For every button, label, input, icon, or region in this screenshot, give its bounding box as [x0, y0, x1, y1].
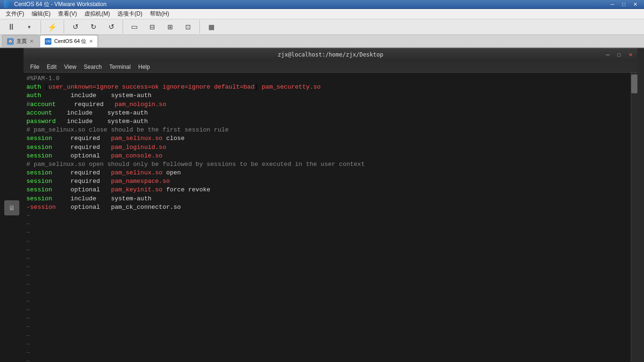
- line-11: # pam_selinux.so open should only be fol…: [26, 160, 635, 169]
- terminal-scrollbar[interactable]: [631, 73, 637, 362]
- terminal-menu-edit[interactable]: Edit: [43, 63, 60, 71]
- tab-home-icon: 🏠: [7, 38, 14, 45]
- vm-window-controls: ─ □ ✕: [607, 0, 640, 8]
- vm-sidebar-icon-1: 🖥: [4, 200, 19, 215]
- tilde-4: ~: [26, 238, 635, 246]
- terminal-menu-file[interactable]: File: [26, 63, 43, 71]
- vm-menubar: 文件(F) 编辑(E) 查看(V) 虚拟机(M) 选项卡(D) 帮助(H): [0, 9, 644, 19]
- toolbar-separator-3: [123, 20, 123, 33]
- line-6: password include system-auth: [26, 117, 635, 126]
- line-16: -session optional pam_ck_connector.so: [26, 203, 635, 212]
- tab-home[interactable]: 🏠 主页 ✕: [2, 35, 39, 47]
- toolbar-btn-4[interactable]: ↻: [86, 19, 101, 34]
- tab-home-label: 主页: [17, 38, 27, 45]
- tilde-6: ~: [26, 255, 635, 263]
- menu-edit[interactable]: 编辑(E): [28, 9, 54, 19]
- terminal-menu-search[interactable]: Search: [80, 63, 106, 71]
- vm-maximize-button[interactable]: □: [619, 0, 629, 8]
- terminal-menubar: File Edit View Search Terminal Help: [24, 61, 637, 73]
- toolbar-separator-1: [41, 20, 41, 33]
- tilde-2: ~: [26, 220, 635, 229]
- line-10: session optional pam_console.so: [26, 152, 635, 160]
- tab-home-close[interactable]: ✕: [30, 39, 33, 44]
- terminal-window-controls: ─ □ ✕: [603, 50, 636, 59]
- menu-help[interactable]: 帮助(H): [146, 9, 173, 19]
- vm-app-icon: [4, 0, 11, 8]
- vm-titlebar: CentOS 64 位 - VMware Workstation ─ □ ✕: [0, 0, 644, 9]
- menu-view[interactable]: 查看(V): [54, 9, 81, 19]
- line-3: auth include system-auth: [26, 91, 635, 100]
- terminal-scrollbar-thumb[interactable]: [631, 74, 637, 93]
- line-15: session include system-auth: [26, 195, 635, 203]
- tilde-14: ~: [26, 323, 635, 331]
- vm-titlebar-text: CentOS 64 位 - VMware Workstation: [14, 0, 607, 8]
- tab-centos-close[interactable]: ✕: [89, 39, 93, 44]
- toolbar-btn-10[interactable]: ▦: [204, 19, 219, 34]
- toolbar-btn-5[interactable]: ↺: [104, 19, 119, 34]
- terminal-menu-terminal[interactable]: Terminal: [106, 63, 134, 71]
- menu-file[interactable]: 文件(F): [2, 9, 28, 19]
- line-9: session required pam_loginuid.so: [26, 143, 635, 152]
- vm-close-button[interactable]: ✕: [630, 0, 640, 8]
- terminal-title: zjx@localhost:/home/zjx/Desktop: [278, 51, 383, 58]
- line-5: account include system-auth: [26, 109, 635, 117]
- toolbar-btn-6[interactable]: ▭: [127, 19, 142, 34]
- line-14: session optional pam_keyinit.so force re…: [26, 186, 635, 194]
- tilde-8: ~: [26, 272, 635, 280]
- tilde-3: ~: [26, 229, 635, 237]
- tilde-17: ~: [26, 349, 635, 357]
- toolbar-btn-7[interactable]: ⊟: [145, 19, 160, 34]
- terminal-titlebar: zjx@localhost:/home/zjx/Desktop ─ □ ✕: [24, 48, 637, 61]
- tilde-12: ~: [26, 306, 635, 314]
- toolbar-btn-9[interactable]: ⊡: [181, 19, 196, 34]
- line-8: session required pam_selinux.so close: [26, 134, 635, 143]
- toolbar-btn-1[interactable]: ⏸: [4, 19, 19, 34]
- toolbar-separator-4: [199, 20, 200, 33]
- vm-area: 🖥 zjx@localhost:/home/zjx/Desktop ─ □ ✕ …: [0, 48, 644, 362]
- terminal-menu-view[interactable]: View: [60, 63, 80, 71]
- tilde-5: ~: [26, 246, 635, 255]
- toolbar-btn-2[interactable]: ⚡: [45, 19, 60, 34]
- line-13: session required pam_namespace.so: [26, 177, 635, 186]
- line-12: session required pam_selinux.so open: [26, 169, 635, 177]
- tilde-1: ~: [26, 212, 635, 220]
- vm-right-border: [637, 48, 644, 362]
- tilde-10: ~: [26, 289, 635, 297]
- terminal-minimize-button[interactable]: ─: [603, 50, 613, 59]
- line-4: #account required pam_nologin.so: [26, 100, 635, 109]
- vm-left-border: 🖥: [0, 48, 24, 362]
- toolbar-separator-2: [64, 20, 64, 33]
- vm-tabbar: 🏠 主页 ✕ VM CentOS 64 位 ✕: [0, 35, 644, 48]
- toolbar-btn-8[interactable]: ⊞: [163, 19, 178, 34]
- tilde-15: ~: [26, 332, 635, 340]
- line-1: #%PAM-1.0: [26, 74, 635, 83]
- tab-centos-label: CentOS 64 位: [54, 38, 86, 45]
- toolbar-btn-3[interactable]: ↺: [68, 19, 83, 34]
- tilde-18: ~: [26, 357, 635, 362]
- terminal-area[interactable]: zjx@localhost:/home/zjx/Desktop ─ □ ✕ Fi…: [24, 48, 637, 362]
- vm-sidebar-icons: 🖥: [4, 200, 19, 215]
- tilde-9: ~: [26, 280, 635, 289]
- terminal-close-button[interactable]: ✕: [625, 50, 636, 59]
- vm-toolbar: ⏸ ▼ ⚡ ↺ ↻ ↺ ▭ ⊟ ⊞ ⊡ ▦: [0, 19, 644, 35]
- tilde-13: ~: [26, 314, 635, 323]
- tilde-11: ~: [26, 297, 635, 306]
- vm-minimize-button[interactable]: ─: [607, 0, 618, 8]
- menu-tabs[interactable]: 选项卡(D): [114, 9, 146, 19]
- tab-centos[interactable]: VM CentOS 64 位 ✕: [40, 35, 98, 47]
- toolbar-dropdown[interactable]: ▼: [22, 19, 37, 34]
- tilde-7: ~: [26, 263, 635, 272]
- terminal-menu-help[interactable]: Help: [134, 63, 154, 71]
- terminal-maximize-button[interactable]: □: [614, 50, 624, 59]
- terminal-content[interactable]: #%PAM-1.0 auth [user_unknown=ignore succ…: [24, 73, 637, 362]
- menu-vm[interactable]: 虚拟机(M): [81, 9, 114, 19]
- line-7: # pam_selinux.so close should be the fir…: [26, 126, 635, 134]
- tilde-16: ~: [26, 340, 635, 349]
- tab-centos-icon: VM: [45, 38, 51, 45]
- line-2: auth [user_unknown=ignore success=ok ign…: [26, 83, 635, 91]
